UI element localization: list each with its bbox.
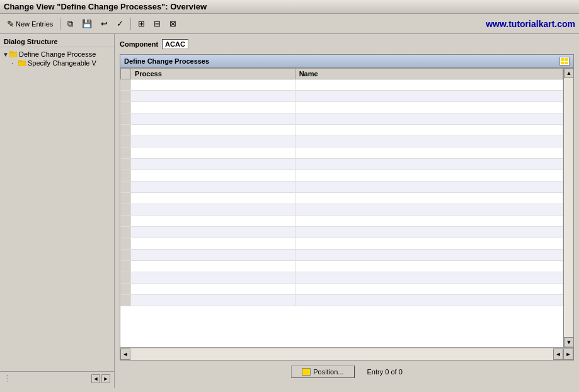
table-row[interactable] — [121, 102, 563, 113]
table-row[interactable] — [121, 227, 563, 238]
row-selector-cell[interactable] — [121, 272, 131, 284]
row-selector-cell[interactable] — [121, 284, 131, 295]
cell-name[interactable] — [295, 227, 563, 238]
cell-name[interactable] — [295, 250, 563, 261]
copy-button[interactable]: ⧉ — [64, 17, 76, 31]
cell-name[interactable] — [295, 147, 563, 159]
table-row[interactable] — [121, 182, 563, 193]
cell-name[interactable] — [295, 91, 563, 102]
h-scroll-next-btn[interactable]: ► — [563, 349, 573, 360]
cell-name[interactable] — [295, 295, 563, 306]
cell-process[interactable] — [131, 284, 295, 295]
cell-process[interactable] — [131, 295, 295, 306]
cell-name[interactable] — [295, 159, 563, 170]
table-row[interactable] — [121, 272, 563, 284]
row-selector-cell[interactable] — [121, 193, 131, 204]
table-row[interactable] — [121, 147, 563, 159]
cell-name[interactable] — [295, 193, 563, 204]
table-row[interactable] — [121, 204, 563, 216]
undo-button[interactable]: ↩ — [98, 17, 111, 30]
h-scroll-left-btn[interactable]: ◄ — [120, 349, 130, 360]
cell-process[interactable] — [131, 193, 295, 204]
cell-process[interactable] — [131, 182, 295, 193]
row-selector-cell[interactable] — [121, 136, 131, 147]
sidebar-item-define-change[interactable]: ▼ Define Change Processe — [3, 50, 112, 59]
table-row[interactable] — [121, 113, 563, 125]
h-scroll-prev-btn[interactable]: ◄ — [553, 349, 563, 360]
table-config-icon[interactable] — [559, 57, 570, 66]
cell-process[interactable] — [131, 125, 295, 136]
table-row[interactable] — [121, 79, 563, 91]
cell-process[interactable] — [131, 238, 295, 250]
table-row[interactable] — [121, 91, 563, 102]
row-selector-cell[interactable] — [121, 238, 131, 250]
scroll-down-btn[interactable]: ▼ — [564, 337, 573, 347]
cell-process[interactable] — [131, 159, 295, 170]
cell-name[interactable] — [295, 204, 563, 216]
row-selector-cell[interactable] — [121, 227, 131, 238]
table-row[interactable] — [121, 284, 563, 295]
check-button[interactable]: ✓ — [113, 17, 127, 30]
scroll-up-btn[interactable]: ▲ — [564, 68, 573, 78]
table-row[interactable] — [121, 159, 563, 170]
row-selector-cell[interactable] — [121, 250, 131, 261]
cell-process[interactable] — [131, 113, 295, 125]
cell-process[interactable] — [131, 147, 295, 159]
cell-process[interactable] — [131, 170, 295, 182]
cell-name[interactable] — [295, 102, 563, 113]
cell-name[interactable] — [295, 216, 563, 227]
row-selector-cell[interactable] — [121, 159, 131, 170]
row-selector-cell[interactable] — [121, 295, 131, 306]
row-selector-cell[interactable] — [121, 204, 131, 216]
row-selector-cell[interactable] — [121, 102, 131, 113]
cell-name[interactable] — [295, 261, 563, 272]
cell-name[interactable] — [295, 125, 563, 136]
cell-process[interactable] — [131, 216, 295, 227]
cell-process[interactable] — [131, 102, 295, 113]
table-row[interactable] — [121, 261, 563, 272]
cell-process[interactable] — [131, 136, 295, 147]
cell-name[interactable] — [295, 284, 563, 295]
cell-name[interactable] — [295, 136, 563, 147]
cell-process[interactable] — [131, 91, 295, 102]
cell-name[interactable] — [295, 182, 563, 193]
cell-name[interactable] — [295, 238, 563, 250]
table-row[interactable] — [121, 238, 563, 250]
table-row[interactable] — [121, 193, 563, 204]
row-selector-cell[interactable] — [121, 91, 131, 102]
save-button[interactable]: 💾 — [79, 17, 95, 30]
cell-process[interactable] — [131, 79, 295, 91]
sidebar-item-specify-changeable[interactable]: · Specify Changeable V — [11, 59, 112, 67]
row-selector-cell[interactable] — [121, 147, 131, 159]
print-button[interactable]: ⊠ — [166, 17, 180, 30]
cell-name[interactable] — [295, 79, 563, 91]
table-row[interactable] — [121, 125, 563, 136]
row-selector-cell[interactable] — [121, 261, 131, 272]
row-selector-cell[interactable] — [121, 170, 131, 182]
new-entries-button[interactable]: ✎ New Entries — [4, 17, 56, 31]
row-selector-cell[interactable] — [121, 79, 131, 91]
row-selector-cell[interactable] — [121, 125, 131, 136]
cell-process[interactable] — [131, 272, 295, 284]
table-row[interactable] — [121, 295, 563, 306]
cell-name[interactable] — [295, 170, 563, 182]
cell-name[interactable] — [295, 272, 563, 284]
table-scrollbar-vertical[interactable]: ▲ ▼ — [563, 68, 573, 347]
row-selector-cell[interactable] — [121, 182, 131, 193]
cell-process[interactable] — [131, 261, 295, 272]
import-button[interactable]: ⊟ — [151, 17, 164, 30]
table-row[interactable] — [121, 216, 563, 227]
table-row[interactable] — [121, 250, 563, 261]
cell-name[interactable] — [295, 113, 563, 125]
sidebar-scroll-left[interactable]: ◄ — [91, 374, 100, 383]
cell-process[interactable] — [131, 204, 295, 216]
cell-process[interactable] — [131, 250, 295, 261]
sidebar-scroll-right[interactable]: ► — [101, 374, 110, 383]
row-selector-cell[interactable] — [121, 216, 131, 227]
cell-process[interactable] — [131, 227, 295, 238]
table-row[interactable] — [121, 136, 563, 147]
export-button[interactable]: ⊞ — [135, 17, 148, 30]
table-row[interactable] — [121, 170, 563, 182]
row-selector-cell[interactable] — [121, 113, 131, 125]
position-button[interactable]: Position... — [291, 366, 354, 378]
